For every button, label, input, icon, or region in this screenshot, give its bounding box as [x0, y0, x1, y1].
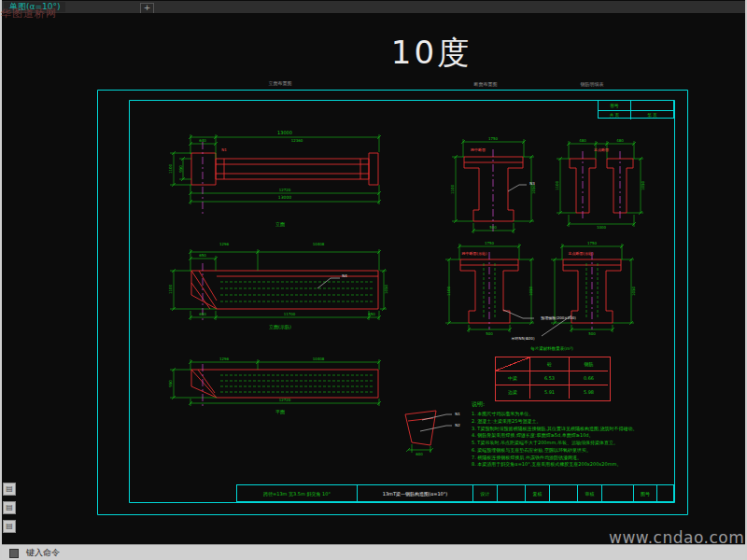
table-cell: 5.91 [529, 385, 569, 399]
panel-icon: ▤ [6, 484, 13, 493]
note-line: 4. 钢筋骨架采用焊接,焊缝长度:双面焊≥5d,单面焊≥10d。 [472, 432, 673, 440]
table-row-label: 中梁 [496, 371, 529, 385]
table-cell: 5.98 [569, 385, 608, 399]
titleblock-sheet-label: 图号 [633, 485, 656, 501]
material-table-title: 每片梁材料数量表(m³) [495, 346, 609, 351]
titleblock-drawing-name: 13mT梁—钢筋构造图(α=10°) [357, 485, 472, 501]
note-line: 1. 本图尺寸均以毫米为单位。 [472, 411, 673, 418]
corner-cell: 图号 [599, 101, 630, 110]
note-line: 2. 混凝土:主梁采用25号混凝土。 [472, 418, 673, 426]
material-table: 砼 钢筋 中梁 6.53 0.66 边梁 5.91 5.98 [495, 357, 611, 401]
notes-block: 说明: 1. 本图尺寸均以毫米为单位。2. 混凝土:主梁采用25号混凝土。3. … [472, 400, 673, 469]
note-line: 8. 本梁适用于斜交角α=10°,支座采用板式橡胶支座200x200x20mm。 [472, 461, 673, 469]
site-watermark-bottomright: www.cndao.com [609, 528, 744, 547]
titleblock-spec: 跨径=13m 宽3.5m 斜交角 10° [237, 485, 357, 501]
title-block: 跨径=13m 宽3.5m 斜交角 10° 13mT梁—钢筋构造图(α=10°) … [236, 484, 674, 502]
titleblock-audit-value [601, 485, 633, 501]
corner-cell: 共 页 [599, 110, 630, 119]
notes-lines: 1. 本图尺寸均以毫米为单位。2. 混凝土:主梁采用25号混凝土。3. T梁预制… [472, 411, 673, 469]
note-line: 7. 横隔板连接钢板焊接后,外露铁件均涂防锈漆两道。 [472, 455, 673, 462]
table-row-label: 边梁 [496, 385, 529, 399]
notes-title: 说明: [472, 400, 673, 409]
command-input[interactable]: 键入命令 [26, 547, 60, 558]
titleblock-check-label: 复核 [525, 485, 549, 501]
sheet-title: 10度 [366, 32, 497, 75]
table-diagonal-header [496, 357, 529, 371]
table-col-header: 砼 [529, 357, 569, 371]
side-toolbar-button-2[interactable]: ▤ [3, 501, 16, 514]
titleblock-design-value [497, 485, 525, 501]
corner-cell [630, 101, 673, 110]
panel-icon: ▤ [6, 503, 13, 511]
table-col-header: 钢筋 [569, 357, 608, 371]
titleblock-design-label: 设计 [472, 485, 497, 501]
note-line: 3. T梁预制时须预留横隔板连接钢筋,其位置详见横隔板构造图,浇筑时不得碰动。 [472, 426, 673, 433]
note-line: 6. 梁端预埋钢板与支座垫石应密贴,空隙以环氧砂浆填实。 [472, 447, 673, 455]
command-icon [9, 549, 19, 558]
site-watermark-topleft: 华图道桥网 [1, 7, 57, 21]
cad-application-window: 单图(α=10°) + 华图道桥网 [0, 0, 747, 560]
table-cell: 0.66 [569, 371, 608, 385]
titleblock-audit-label: 审核 [577, 485, 601, 501]
panel-icon: ▤ [6, 522, 13, 530]
side-toolbar-button-3[interactable]: ▤ [3, 520, 16, 533]
titleblock-check-value [549, 485, 577, 501]
corner-cell: 第 页 [630, 110, 673, 119]
note-line: 5. T梁吊装时,吊点距梁端不大于200mm,吊装、运输须保持梁体直立。 [472, 440, 673, 447]
drawing-geometry [0, 0, 747, 560]
table-cell: 6.53 [529, 371, 569, 385]
titleblock-sheet-value [656, 485, 673, 501]
sheet-corner-table: 图号 共 页 第 页 [598, 100, 674, 119]
side-toolbar-button-1[interactable]: ▤ [3, 483, 16, 496]
